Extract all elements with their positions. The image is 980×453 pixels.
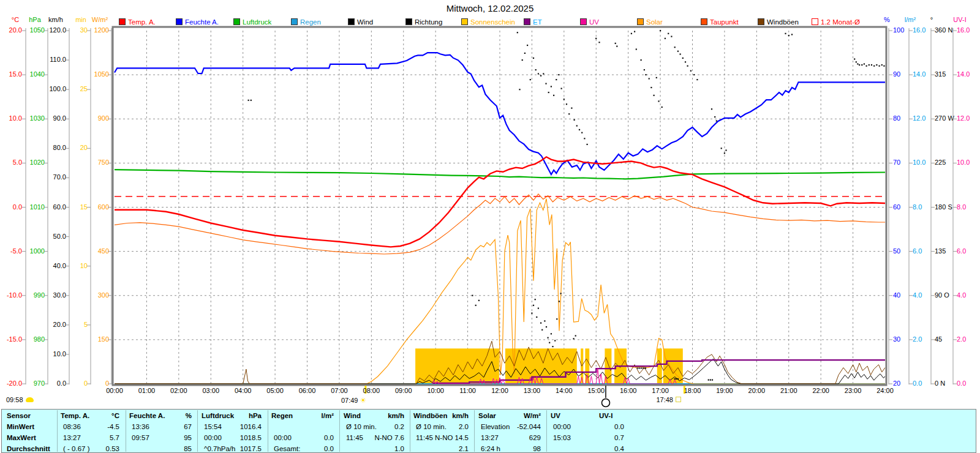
x-axis-hour-label: 04:00 [235,387,252,394]
table-separator [126,410,126,452]
x-axis-hour-label: 02:00 [170,387,187,394]
sunset-sun-icon [676,397,681,402]
table-cell-value: 0.4 [569,444,624,453]
table-col-unit: °C [77,411,119,421]
x-axis-hour-label: 07:00 [331,387,348,394]
table-header-sensor: Sensor [7,411,31,421]
table-cell-value: 1016.4 [206,422,262,432]
table-separator [197,410,198,452]
table-cell-value: 2.0 [413,422,469,432]
table-col-header: Wind [344,411,361,421]
x-axis-hour-label: 11:00 [459,387,476,394]
table-col-header: Solar [478,411,496,421]
table-cell-value: -4.5 [64,422,119,432]
x-axis-hour-label: 16:00 [620,387,637,394]
x-axis-hour-label: 23:00 [845,387,862,394]
table-col-unit: hPa [219,411,262,421]
table-col-header: UV-I [599,411,612,421]
table-cell-value: 0.0 [279,433,334,443]
sunrise-time: 07:49 [341,397,358,404]
table-col-unit: l/m² [291,411,334,421]
x-axis-hour-label: 17:00 [652,387,669,394]
table-col-unit: km/h [361,411,404,421]
x-axis-hour-label: 14:00 [556,387,573,394]
x-axis-hour-label: 15:00 [587,387,605,394]
x-axis-hour-label: 19:00 [716,387,733,394]
table-cell-value: 0.0 [279,444,334,453]
weather-day-chart-window: { "title": "Mittwoch, 12.02.2025", "lege… [0,0,980,453]
moon-phase-icon [601,399,609,407]
x-axis-hour-label: 20:00 [748,387,766,394]
sunrise-time-label: 07:49☀ [341,396,366,405]
table-row-label: Durchschnitt [7,444,50,453]
x-axis-hour-label: 13:00 [524,387,541,394]
table-separator [57,410,58,452]
table-cell-value: 0.2 [349,422,404,432]
table-cell-value: N-NO 7.6 [349,433,404,443]
table-cell-value: 98 [486,444,541,453]
table-cell-value: 1.0 [349,444,404,453]
table-col-header: Regen [271,411,293,421]
table-row-label: MinWert [7,422,34,432]
table-cell-value: 629 [486,433,541,443]
x-axis-hour-label: 08:00 [363,387,380,394]
table-cell-value: 0.7 [569,433,624,443]
table-col-unit: km/h [426,411,469,421]
table-cell-value: -52.044 [486,422,541,432]
table-cell-value: 1017.5 [206,444,262,453]
moonset-time: 09:58 [6,396,23,403]
table-separator [268,410,268,452]
table-separator [546,410,547,452]
table-separator [474,410,475,452]
x-axis-hour-label: 22:00 [812,387,829,394]
table-cell-value: 85 [137,444,192,453]
stats-table: SensorMinWertMaxWertDurchschnittTemp. A.… [1,409,976,453]
table-separator [410,410,410,452]
table-row-label: MaxWert [7,433,36,443]
sunset-time: 17:48 [656,396,673,403]
sunrise-sun-icon: ☀ [360,396,366,405]
table-col-header: UV [551,411,560,421]
table-separator [339,410,340,452]
table-cell-value: 5.7 [64,433,119,443]
x-axis-hour-label: 10:00 [427,387,444,394]
table-cell-value: 1018.5 [206,433,262,443]
table-col-unit: % [149,411,192,421]
x-axis-hour-label: 00:00 [106,387,123,394]
table-cell-value: 67 [137,422,192,432]
moonset-time-label: 09:58 [6,396,34,403]
table-cell: 00:00 [553,422,571,432]
table-col-unit: W/m² [498,411,541,421]
x-axis-hour-label: 21:00 [780,387,797,394]
x-axis-hour-label: 09:00 [395,387,412,394]
moon-icon [26,397,34,402]
table-cell-value: 95 [137,433,192,443]
table-cell-value: 2.1 [413,444,469,453]
table-cell-value: 0.0 [569,422,624,432]
table-cell: 15:03 [553,433,571,443]
x-axis-hour-label: 24:00 [876,387,894,394]
table-cell-value: N-NO 14.5 [413,433,469,443]
x-axis-hour-label: 01:00 [138,387,156,394]
x-axis-hour-label: 18:00 [684,387,701,394]
sunset-time-label: 17:48 [656,396,681,403]
chart-plot[interactable] [0,0,980,453]
x-axis-hour-label: 05:00 [266,387,284,394]
table-cell-value: 0.53 [64,444,119,453]
x-axis-hour-label: 12:00 [491,387,508,394]
x-axis-hour-label: 03:00 [202,387,219,394]
x-axis-hour-label: 06:00 [299,387,316,394]
